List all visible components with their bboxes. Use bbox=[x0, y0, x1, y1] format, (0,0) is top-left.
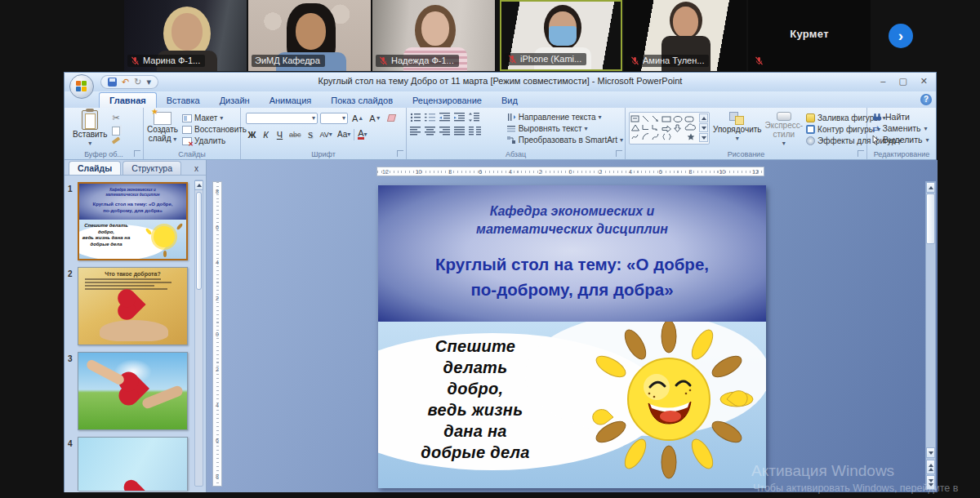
video-tile-marina[interactable]: Марина Ф-1... bbox=[124, 0, 247, 71]
scroll-thumb[interactable] bbox=[926, 193, 935, 244]
ruler-tick-label: 2 bbox=[216, 367, 219, 372]
character-spacing-button[interactable]: AV▾ bbox=[318, 128, 334, 140]
help-button[interactable]: ? bbox=[920, 94, 932, 105]
font-name-combo[interactable]: ▾ bbox=[246, 113, 318, 124]
video-tile-nadezhda[interactable]: Надежда Ф-1... bbox=[372, 0, 495, 71]
previous-slide-button[interactable] bbox=[926, 460, 935, 474]
video-tile-eimd[interactable]: ЭиМД Кафедра bbox=[248, 0, 371, 71]
new-slide-button[interactable]: Создать слайд ▾ bbox=[147, 110, 178, 148]
numbering-icon[interactable] bbox=[425, 113, 436, 122]
qat-dropdown-icon[interactable]: ▾ bbox=[146, 78, 151, 87]
shapes-scroll-down[interactable] bbox=[699, 123, 708, 132]
align-center-icon[interactable] bbox=[425, 127, 436, 136]
shapes-scroll-up[interactable] bbox=[699, 113, 708, 122]
convert-smartart-button[interactable]: Преобразовать в SmartArt▾ bbox=[507, 136, 623, 145]
close-button[interactable]: ✕ bbox=[920, 75, 928, 87]
font-dialog-launcher[interactable] bbox=[397, 150, 403, 157]
pane-tab-slides[interactable]: Слайды bbox=[69, 161, 121, 175]
tab-dizain[interactable]: Дизайн bbox=[210, 93, 260, 108]
format-painter-icon[interactable] bbox=[112, 136, 120, 144]
paste-button[interactable]: Вставить ▾ bbox=[73, 110, 107, 148]
strikethrough-button[interactable]: abc bbox=[287, 128, 303, 140]
quick-styles-button[interactable]: Экспресс-стили ▾ bbox=[765, 110, 804, 148]
pane-scroll-up[interactable] bbox=[194, 180, 203, 190]
slide-thumbnail-2[interactable]: Что такое доброта? bbox=[78, 267, 188, 345]
slide-number: 4 bbox=[68, 439, 76, 448]
delete-button[interactable]: Удалить bbox=[182, 136, 247, 145]
group-paragraph: Направление текста▾ Выровнять текст▾ Пре… bbox=[407, 108, 626, 159]
clear-formatting-button[interactable] bbox=[385, 112, 398, 124]
slide-thumbnail-1[interactable]: Кафедра экономиеских иматематических дис… bbox=[78, 182, 188, 260]
shrink-font-button[interactable]: А▼ bbox=[368, 112, 382, 124]
shapes-gallery-icon[interactable] bbox=[630, 113, 697, 143]
vertical-scrollbar[interactable] bbox=[925, 181, 936, 490]
columns-icon[interactable] bbox=[469, 127, 482, 136]
select-button[interactable]: Выделить▾ bbox=[872, 135, 934, 145]
grow-font-button[interactable]: А▲ bbox=[350, 112, 365, 124]
reset-button[interactable]: Восстановить bbox=[182, 125, 247, 134]
bold-button[interactable]: Ж bbox=[246, 128, 258, 140]
shape-outline-icon bbox=[806, 125, 815, 134]
text-direction-button[interactable]: Направление текста▾ bbox=[507, 113, 623, 122]
windows-activation-watermark: Активация Windows bbox=[751, 462, 894, 480]
tab-animatsiya[interactable]: Анимация bbox=[260, 93, 322, 108]
pane-scrollbar[interactable] bbox=[194, 180, 203, 487]
font-color-button[interactable]: А▾ bbox=[356, 128, 368, 140]
redo-icon[interactable]: ↻ bbox=[134, 78, 141, 87]
window-title: Круглый стол на тему Добро от 11 марта [… bbox=[228, 76, 773, 86]
tab-vid[interactable]: Вид bbox=[492, 93, 528, 108]
pane-close-icon[interactable]: x bbox=[192, 162, 201, 175]
align-left-icon[interactable] bbox=[410, 127, 421, 136]
restore-button[interactable]: ▢ bbox=[898, 75, 906, 87]
muted-mic-icon bbox=[508, 55, 517, 64]
align-right-icon[interactable] bbox=[439, 127, 451, 136]
save-icon[interactable] bbox=[108, 78, 117, 87]
slide-thumbnail-3[interactable] bbox=[78, 352, 188, 430]
drawing-dialog-launcher[interactable] bbox=[858, 150, 864, 157]
clipboard-dialog-launcher[interactable] bbox=[134, 150, 140, 157]
increase-indent-icon[interactable] bbox=[454, 113, 466, 122]
video-tile-kurmet[interactable]: Курмет bbox=[748, 0, 871, 71]
tab-retsenzirovanie[interactable]: Рецензирование bbox=[403, 93, 492, 108]
slide-canvas[interactable]: Кафедра экономиеских иматематических дис… bbox=[378, 185, 766, 488]
undo-icon[interactable]: ↶ bbox=[122, 78, 129, 87]
ruler-tick-label: 2 bbox=[539, 169, 542, 175]
next-participants-button[interactable]: › bbox=[889, 24, 913, 48]
line-spacing-icon[interactable] bbox=[469, 113, 480, 122]
tab-vstavka[interactable]: Вставка bbox=[157, 93, 210, 108]
video-tile-iphone-active-speaker[interactable]: iPhone (Kami... bbox=[500, 0, 622, 71]
cut-icon[interactable]: ✂ bbox=[112, 113, 120, 123]
tab-glavnaya[interactable]: Главная bbox=[99, 92, 157, 108]
replace-button[interactable]: ⇄ Заменить▾ bbox=[872, 123, 934, 133]
slide-thumbnail-4[interactable]: МИР СПАСАЕТСЕРДЕЦ ДОБРОТА bbox=[78, 437, 188, 491]
muted-mic-icon bbox=[630, 56, 639, 65]
align-text-button[interactable]: Выровнять текст▾ bbox=[507, 124, 623, 133]
minimize-button[interactable]: – bbox=[880, 75, 885, 87]
ruler-tick-label: 12 bbox=[382, 169, 389, 175]
title-bar[interactable]: Круглый стол на тему Добро от 11 марта [… bbox=[65, 73, 936, 91]
pane-scroll-thumb[interactable] bbox=[196, 192, 202, 290]
arrange-button[interactable]: Упорядочить ▾ bbox=[713, 110, 762, 148]
office-button[interactable] bbox=[69, 74, 94, 99]
bullets-icon[interactable] bbox=[410, 113, 421, 122]
copy-icon[interactable] bbox=[112, 127, 120, 136]
scroll-up-button[interactable] bbox=[926, 182, 935, 193]
ruler-tick-label: 6 bbox=[659, 169, 662, 175]
layout-button[interactable]: Макет▾ bbox=[182, 113, 247, 122]
find-button[interactable]: Найти bbox=[872, 112, 934, 122]
slide-subtitle: Кафедра экономиеских иматематических дис… bbox=[378, 185, 766, 238]
tab-pokaz-slaidov[interactable]: Показ слайдов bbox=[321, 93, 403, 108]
justify-icon[interactable] bbox=[454, 127, 466, 136]
decrease-indent-icon[interactable] bbox=[439, 113, 451, 122]
scroll-down-button[interactable] bbox=[926, 447, 935, 458]
shapes-more-button[interactable] bbox=[699, 133, 708, 142]
text-shadow-button[interactable]: S bbox=[305, 128, 317, 140]
underline-button[interactable]: Ч bbox=[274, 128, 286, 140]
italic-button[interactable]: К bbox=[260, 128, 272, 140]
change-case-button[interactable]: Аа▾ bbox=[336, 128, 352, 140]
pane-tab-outline[interactable]: Структура bbox=[122, 161, 181, 175]
font-size-combo[interactable]: ▾ bbox=[320, 113, 348, 124]
ruler-tick-label: 8 bbox=[689, 169, 693, 175]
paragraph-dialog-launcher[interactable] bbox=[616, 150, 622, 157]
video-tile-amina[interactable]: Амина Тулен... bbox=[624, 0, 746, 71]
